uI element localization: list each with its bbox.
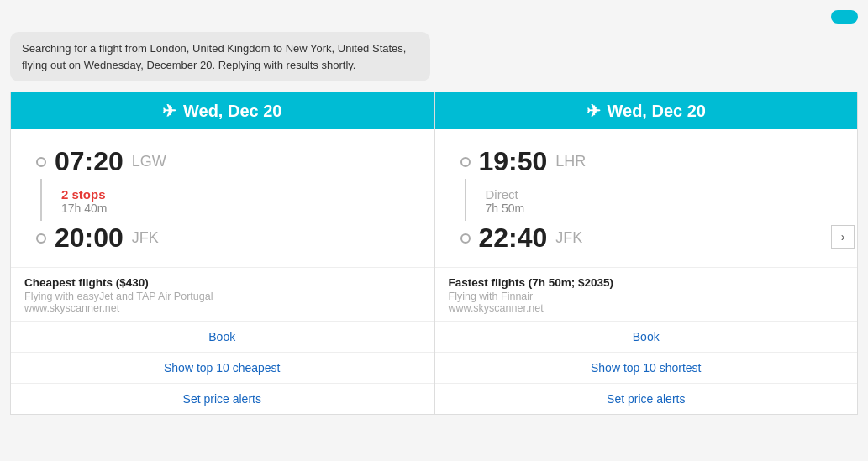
flight-card-inner-fastest: ✈ Wed, Dec 20 19:50 LHR Direct 7h 50m: [434, 92, 859, 415]
arrive-airport-fastest: JFK: [555, 229, 582, 247]
show-button-fastest[interactable]: Show top 10 shortest: [435, 352, 858, 383]
depart-row-cheapest: 07:20 LGW: [36, 146, 408, 177]
dot-col: [460, 179, 471, 221]
dot-col: [36, 179, 46, 221]
info-subtitle-cheapest: Flying with easyJet and TAP Air Portugal: [24, 291, 420, 302]
alerts-button-cheapest[interactable]: Set price alerts: [11, 383, 434, 414]
bot-message: Searching for a flight from London, Unit…: [10, 32, 430, 81]
alerts-button-fastest[interactable]: Set price alerts: [435, 383, 858, 414]
show-button-cheapest[interactable]: Show top 10 cheapest: [11, 352, 434, 383]
plane-icon: ✈: [587, 101, 601, 121]
flight-actions-fastest: Book Show top 10 shortest Set price aler…: [435, 321, 858, 414]
flight-info-fastest: Fastest flights (7h 50m; $2035) Flying w…: [435, 267, 858, 321]
depart-dot: [36, 157, 46, 167]
arrive-dot: [36, 233, 46, 244]
duration-fastest: 7h 50m: [486, 202, 525, 215]
v-line: [40, 179, 42, 221]
stops-label-cheapest: 2 stops: [61, 187, 107, 202]
middle-text-cheapest: 2 stops 17h 40m: [46, 179, 107, 221]
flight-header-fastest: ✈ Wed, Dec 20: [435, 92, 858, 129]
header-date-cheapest: Wed, Dec 20: [183, 102, 281, 121]
flight-header-cheapest: ✈ Wed, Dec 20: [11, 92, 434, 129]
book-button-cheapest[interactable]: Book: [11, 322, 434, 352]
info-subtitle-fastest: Flying with Finnair: [449, 291, 844, 302]
middle-text-fastest: Direct 7h 50m: [471, 179, 525, 221]
info-url-cheapest: www.skyscanner.net: [24, 302, 420, 314]
arrive-dot: [460, 233, 471, 244]
depart-row-fastest: 19:50 LHR: [460, 146, 833, 177]
book-button-fastest[interactable]: Book: [435, 322, 858, 352]
info-url-fastest: www.skyscanner.net: [449, 302, 844, 314]
flight-info-cheapest: Cheapest flights ($430) Flying with easy…: [11, 267, 434, 321]
info-title-fastest: Fastest flights (7h 50m; $2035): [449, 276, 844, 289]
depart-airport-fastest: LHR: [555, 153, 586, 170]
arrive-row-cheapest: 20:00 JFK: [36, 223, 408, 254]
flight-timeline-cheapest: 07:20 LGW 2 stops 17h 40m 20:00 JFK: [11, 129, 434, 267]
depart-time-cheapest: 07:20: [55, 146, 124, 177]
plane-icon: ✈: [162, 101, 176, 121]
middle-row-cheapest: 2 stops 17h 40m: [36, 179, 408, 221]
flight-actions-cheapest: Book Show top 10 cheapest Set price aler…: [11, 321, 434, 414]
bot-chat-bubble: Searching for a flight from London, Unit…: [10, 32, 858, 81]
next-arrow[interactable]: ›: [831, 225, 855, 249]
arrive-airport-cheapest: JFK: [132, 229, 159, 247]
arrive-row-fastest: 22:40 JFK: [460, 223, 833, 254]
flight-card-inner-cheapest: ✈ Wed, Dec 20 07:20 LGW 2 stops 17h 40m: [10, 92, 434, 415]
arrive-time-cheapest: 20:00: [55, 223, 124, 254]
duration-cheapest: 17h 40m: [61, 202, 107, 215]
flight-timeline-fastest: 19:50 LHR Direct 7h 50m 22:40 JFK: [435, 129, 858, 267]
flight-cards-container: ✈ Wed, Dec 20 07:20 LGW 2 stops 17h 40m: [10, 92, 858, 415]
info-title-cheapest: Cheapest flights ($430): [24, 276, 420, 289]
header-date-fastest: Wed, Dec 20: [608, 102, 706, 121]
flight-card-fastest: ✈ Wed, Dec 20 19:50 LHR Direct 7h 50m: [434, 92, 859, 415]
depart-airport-cheapest: LGW: [132, 153, 166, 170]
flight-card-cheapest: ✈ Wed, Dec 20 07:20 LGW 2 stops 17h 40m: [10, 92, 434, 415]
arrive-time-fastest: 22:40: [479, 223, 548, 254]
middle-row-fastest: Direct 7h 50m: [460, 179, 833, 221]
v-line: [465, 179, 466, 221]
depart-time-fastest: 19:50: [479, 146, 548, 177]
stops-label-fastest: Direct: [486, 187, 525, 202]
user-message: [831, 10, 858, 24]
user-chat-bubble: [10, 10, 858, 24]
depart-dot: [460, 157, 471, 167]
